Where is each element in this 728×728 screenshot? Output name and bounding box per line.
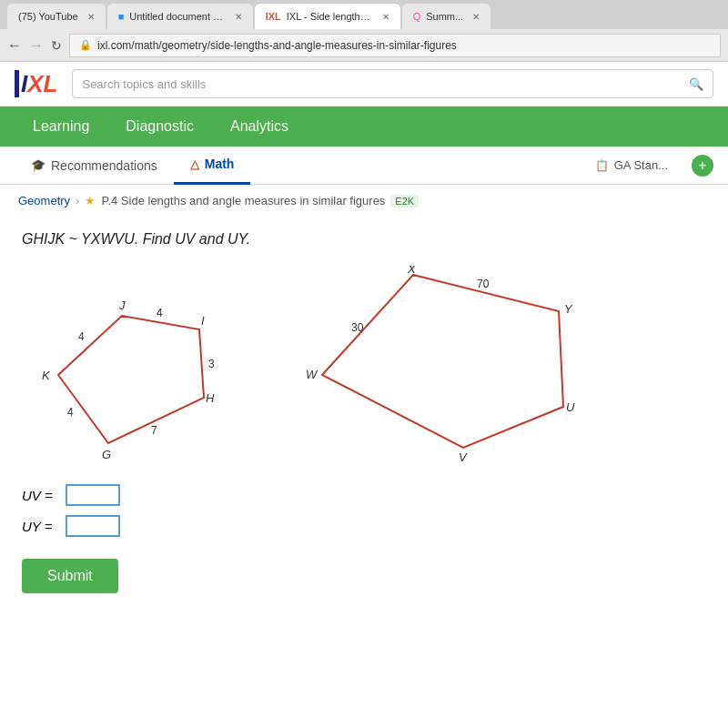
uy-input[interactable] [66,515,120,537]
breadcrumb-section: P.4 Side lengths and angle measures in s… [101,194,385,207]
e2k-badge: E2K [390,195,419,207]
recommendations-icon: 🎓 [31,158,46,172]
add-tab-button[interactable]: + [692,155,713,177]
tab-recommendations[interactable]: 🎓 Recommendations [15,147,174,185]
side-hg-label: 7 [151,424,157,437]
search-icon[interactable]: 🔍 [689,77,703,91]
lock-icon: 🔒 [79,39,92,51]
tab-ixl[interactable]: IXL IXL - Side lengths and angle mea ✕ [255,4,400,29]
uy-label: UY = [22,519,58,534]
search-placeholder: Search topics and skills [82,77,206,91]
nav-learning[interactable]: Learning [15,106,107,147]
vertex-j: J [118,298,126,312]
logo-xl: XL [27,70,57,98]
tab-label: (75) YouTube [18,11,78,22]
close-icon[interactable]: ✕ [87,12,95,22]
tabs-row: 🎓 Recommendations △ Math 📋 GA Stan... + [0,147,728,185]
uv-row: UV = [22,484,706,506]
ixl-header: I XL Search topics and skills 🔍 [0,62,728,106]
nav-analytics[interactable]: Analytics [212,106,307,147]
tab-label: Untitled document - Google Doc [129,11,225,22]
ixl-logo: I XL [15,70,57,98]
address-bar-row: ← → ↻ 🔒 ixl.com/math/geometry/side-lengt… [0,29,728,62]
close-icon[interactable]: ✕ [472,12,480,22]
url-text: ixl.com/math/geometry/side-lengths-and-a… [97,39,457,52]
breadcrumb-separator: › [76,194,79,207]
side-kj-label: 4 [78,330,85,343]
tab-ga-stan[interactable]: 📋 GA Stan... [579,147,684,185]
nav-bar: Learning Diagnostic Analytics [0,106,728,147]
uy-row: UY = [22,515,706,537]
doc-icon: ■ [118,11,125,22]
vertex-v: V [459,450,468,464]
breadcrumb-geometry[interactable]: Geometry [18,194,70,207]
tab-math-label: Math [205,157,235,171]
url-bar[interactable]: 🔒 ixl.com/math/geometry/side-lengths-and… [69,34,721,57]
tab-ga-label: GA Stan... [614,158,668,172]
uv-input[interactable] [66,484,120,506]
vertex-g: G [102,448,111,461]
problem-title: GHIJK ~ YXWVU. Find UV and UY. [22,231,706,248]
answer-area: UV = UY = [22,484,706,537]
close-icon[interactable]: ✕ [235,12,242,22]
logo-bar [15,70,19,97]
search-bar[interactable]: Search topics and skills 🔍 [72,69,713,98]
side-ji-label: 4 [157,307,163,319]
side-xy-label: 70 [477,278,490,290]
breadcrumb: Geometry › ★ P.4 Side lengths and angle … [0,185,728,217]
uv-label: UV = [22,488,58,503]
diagrams-area: K J I H G 4 4 3 7 4 X Y U V W [22,266,706,466]
vertex-h: H [206,391,215,405]
side-ih-label: 3 [208,358,215,370]
tab-label: IXL - Side lengths and angle mea [287,11,373,22]
vertex-i: I [201,314,205,328]
vertex-u: U [566,400,575,414]
tab-summ[interactable]: Q Summ... ✕ [402,4,491,29]
tab-label: Summ... [426,11,463,22]
tab-googledoc[interactable]: ■ Untitled document - Google Doc ✕ [107,4,253,29]
tab-bar: (75) YouTube ✕ ■ Untitled document - Goo… [0,0,728,29]
ga-icon: 📋 [595,159,609,172]
tab-math[interactable]: △ Math [174,147,251,185]
side-wx-label: 30 [351,321,364,334]
tab-youtube[interactable]: (75) YouTube ✕ [7,4,106,29]
small-polygon-svg: K J I H G 4 4 3 7 4 [22,266,258,466]
forward-icon[interactable]: → [29,37,44,54]
vertex-x: X [407,266,417,276]
summ-icon: Q [413,11,421,22]
vertex-y: Y [564,302,573,316]
submit-button[interactable]: Submit [22,559,118,593]
star-icon: ★ [85,194,96,207]
tab-recommendations-label: Recommendations [51,158,157,173]
math-icon: △ [190,157,199,171]
nav-diagnostic[interactable]: Diagnostic [107,106,212,147]
vertex-k: K [42,369,51,382]
large-polygon-svg: X Y U V W 70 30 [295,266,586,466]
side-gk-label: 4 [67,406,74,419]
ixl-tab-icon: IXL [266,11,281,22]
close-icon[interactable]: ✕ [382,12,389,22]
back-icon[interactable]: ← [7,37,22,54]
vertex-w: W [306,368,318,381]
refresh-icon[interactable]: ↻ [51,38,62,53]
svg-marker-1 [322,275,563,448]
content-area: GHIJK ~ YXWVU. Find UV and UY. K J I H G… [0,217,728,608]
